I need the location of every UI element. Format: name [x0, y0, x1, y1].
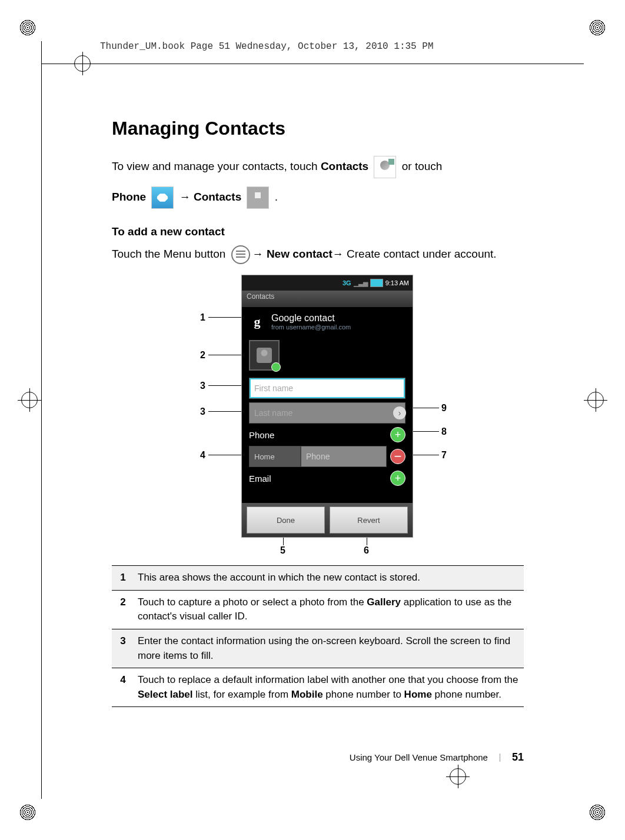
- callout-3: 3: [200, 381, 205, 391]
- google-icon: g: [249, 314, 265, 330]
- arrow-3: →: [333, 248, 344, 260]
- table-row: 2 Touch to capture a photo or select a p…: [112, 590, 524, 629]
- callout-6: 6: [364, 545, 369, 556]
- legend-4-b2: Mobile: [291, 689, 323, 700]
- callout-9: 9: [441, 403, 447, 414]
- new-contact-word: New contact: [267, 248, 333, 260]
- legend-text-2: Touch to capture a photo or select a pho…: [134, 590, 524, 629]
- crop-mark-bl: [19, 804, 36, 821]
- callout-7: 7: [441, 450, 447, 461]
- figure-wrap: 1 2 3 3 4 9 8 7 5 6 3G ▁▃▅ 9:13 AM: [112, 275, 524, 563]
- callout-3b: 3: [200, 406, 205, 417]
- callout-2-line: [208, 355, 241, 355]
- account-line2: from username@gmail.com: [271, 324, 351, 331]
- battery-icon: [370, 279, 383, 287]
- legend-4-t2: list, for example from: [193, 689, 291, 700]
- email-section-row: Email +: [249, 471, 405, 486]
- callout-2: 2: [200, 350, 205, 361]
- intro-2c: .: [275, 191, 278, 203]
- legend-4-t1: Touch to replace a default information l…: [138, 674, 518, 685]
- crop-mark-br: [589, 804, 606, 821]
- registration-mark-left: [18, 388, 41, 412]
- add-phone-button[interactable]: +: [390, 427, 405, 442]
- phone-label-selector[interactable]: Home: [249, 446, 301, 467]
- remove-phone-button[interactable]: −: [390, 449, 405, 464]
- table-row: 4 Touch to replace a default information…: [112, 668, 524, 707]
- page-content: Managing Contacts To view and manage you…: [112, 118, 524, 707]
- registration-mark-right: [584, 388, 607, 412]
- tab-label: Contacts: [242, 291, 413, 307]
- expand-name-icon[interactable]: ›: [393, 406, 406, 419]
- phone-word: Phone: [112, 191, 146, 203]
- table-row: 1 This area shows the account in which t…: [112, 566, 524, 591]
- contacts-icon: [374, 156, 396, 178]
- subheading: To add a new contact: [112, 225, 524, 238]
- callout-3-line: [208, 385, 241, 386]
- photo-row: [242, 336, 413, 374]
- callout-4-line: [208, 455, 241, 455]
- page-title: Managing Contacts: [112, 118, 524, 139]
- add-contact-line: Touch the Menu button → New contact→ Cre…: [112, 245, 524, 264]
- account-text: Google contact from username@gmail.com: [271, 313, 351, 331]
- phone-icon: [151, 186, 174, 209]
- bottom-buttons: Done Revert: [242, 503, 413, 537]
- menu-button-icon: [231, 245, 250, 264]
- last-name-placeholder: Last name: [254, 408, 292, 418]
- addline-c: Create contact under account.: [344, 248, 497, 260]
- legend-num-2: 2: [112, 590, 134, 629]
- callout-8-line: [411, 431, 439, 432]
- status-3g: 3G: [343, 279, 351, 286]
- intro-paragraph-1: To view and manage your contacts, touch …: [112, 156, 524, 178]
- phone-section-label: Phone: [249, 430, 274, 440]
- callout-1-line: [208, 317, 241, 318]
- account-row: g Google contact from username@gmail.com: [242, 307, 413, 336]
- last-name-field[interactable]: Last name ›: [249, 402, 405, 424]
- first-name-placeholder: First name: [254, 384, 293, 393]
- crop-mark-tl: [19, 19, 36, 36]
- legend-text-3: Enter the contact information using the …: [134, 629, 524, 668]
- page-footer: Using Your Dell Venue Smartphone 51: [112, 751, 524, 764]
- callout-7-line: [411, 455, 439, 455]
- account-line1: Google contact: [271, 313, 351, 324]
- addline-a: Touch the Menu button: [112, 248, 229, 260]
- first-name-field[interactable]: First name: [249, 378, 405, 399]
- legend-4-b1: Select label: [138, 689, 193, 700]
- status-bar: 3G ▁▃▅ 9:13 AM: [242, 275, 413, 291]
- legend-num-3: 3: [112, 629, 134, 668]
- legend-4-b3: Home: [404, 689, 432, 700]
- intro-1a: To view and manage your contacts, touch: [112, 160, 321, 172]
- print-header: Thunder_UM.book Page 51 Wednesday, Octob…: [100, 41, 434, 52]
- contacts-tab-icon: [247, 186, 269, 209]
- callout-4: 4: [200, 450, 205, 461]
- add-email-button[interactable]: +: [390, 471, 405, 486]
- crop-mark-tr: [589, 19, 606, 36]
- arrow-2: →: [252, 248, 264, 260]
- signal-bars-icon: ▁▃▅: [354, 279, 368, 287]
- registration-mark-bottom: [446, 765, 470, 788]
- phone-section-row: Phone +: [249, 427, 405, 442]
- footer-section: Using Your Dell Venue Smartphone: [350, 752, 488, 762]
- intro-1c: or touch: [402, 160, 443, 172]
- arrow-1: →: [179, 191, 191, 203]
- revert-button[interactable]: Revert: [330, 506, 408, 534]
- callout-8: 8: [441, 426, 447, 437]
- contacts-word-2: Contacts: [194, 191, 241, 203]
- email-section-label: Email: [249, 474, 271, 484]
- frame-line-top: [41, 64, 584, 64]
- add-photo-button[interactable]: [249, 340, 280, 371]
- table-row: 3 Enter the contact information using th…: [112, 629, 524, 668]
- legend-text-1: This area shows the account in which the…: [134, 566, 524, 591]
- phone-entry-row: Home Phone −: [249, 446, 405, 467]
- callout-1: 1: [200, 312, 205, 323]
- phone-value-field[interactable]: Phone: [301, 446, 387, 467]
- callout-5: 5: [280, 545, 285, 556]
- status-time: 9:13 AM: [385, 279, 409, 286]
- done-button[interactable]: Done: [247, 506, 325, 534]
- callout-3b-line: [208, 411, 241, 412]
- legend-2-t1: Touch to capture a photo or select a pho…: [138, 596, 367, 608]
- contacts-word: Contacts: [321, 160, 368, 172]
- phone-screenshot: 3G ▁▃▅ 9:13 AM Contacts g Google contact…: [241, 275, 413, 538]
- legend-2-b1: Gallery: [367, 596, 401, 608]
- legend-4-t3: phone number to: [323, 689, 404, 700]
- legend-text-4: Touch to replace a default information l…: [134, 668, 524, 707]
